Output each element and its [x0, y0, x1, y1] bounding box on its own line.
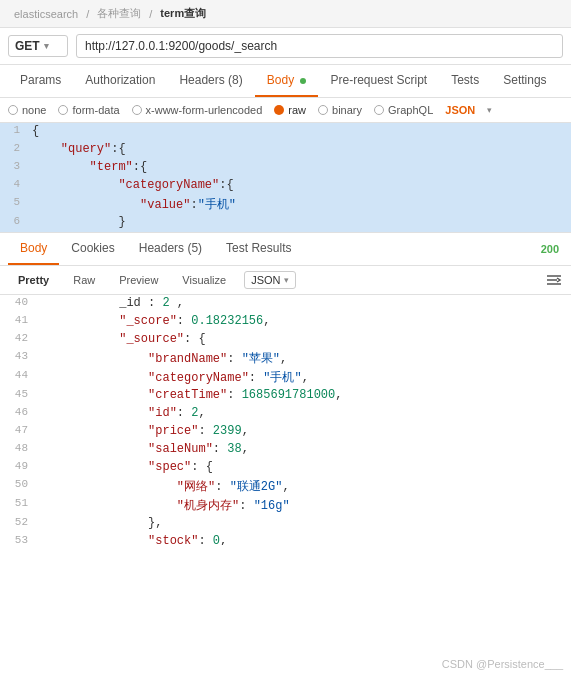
- response-bar: Body Cookies Headers (5) Test Results 20…: [0, 233, 571, 266]
- jline-45: 45 "creatTime": 1685691781000,: [0, 387, 571, 405]
- code-editor[interactable]: 1 { 2 "query":{ 3 "term":{ 4 "categoryNa…: [0, 123, 571, 233]
- view-tabs: Pretty Raw Preview Visualize JSON ▾: [0, 266, 571, 295]
- resp-tab-testresults[interactable]: Test Results: [214, 233, 303, 265]
- tab-settings[interactable]: Settings: [491, 65, 558, 97]
- code-line-2: 2 "query":{: [0, 141, 571, 159]
- body-type-none[interactable]: none: [8, 104, 46, 116]
- jline-47: 47 "price": 2399,: [0, 423, 571, 441]
- json-result: 40 _id : 2 , 41 "_score": 0.18232156, 42…: [0, 295, 571, 545]
- code-line-4: 4 "categoryName":{: [0, 177, 571, 195]
- radio-raw-icon: [274, 105, 284, 115]
- jline-53: 53 "stock": 0,: [0, 533, 571, 545]
- method-label: GET: [15, 39, 40, 53]
- breadcrumb-sep-1: /: [86, 8, 89, 20]
- radio-none-icon: [8, 105, 18, 115]
- body-dot-icon: [300, 78, 306, 84]
- tab-tests[interactable]: Tests: [439, 65, 491, 97]
- view-tab-raw[interactable]: Raw: [63, 270, 105, 290]
- breadcrumb-item-3[interactable]: term查询: [160, 6, 206, 21]
- code-line-5: 5 "value":"手机": [0, 195, 571, 214]
- body-type-urlencoded[interactable]: x-www-form-urlencoded: [132, 104, 263, 116]
- tab-params[interactable]: Params: [8, 65, 73, 97]
- jline-52: 52 },: [0, 515, 571, 533]
- json-select-chevron-icon: ▾: [284, 275, 289, 285]
- breadcrumb-item-2[interactable]: 各种查询: [97, 6, 141, 21]
- tab-prerequest[interactable]: Pre-request Script: [318, 65, 439, 97]
- resp-tab-cookies[interactable]: Cookies: [59, 233, 126, 265]
- jline-51: 51 "机身内存": "16g": [0, 496, 571, 515]
- watermark: CSDN @Persistence___: [442, 658, 563, 670]
- body-type-binary[interactable]: binary: [318, 104, 362, 116]
- jline-50: 50 "网络": "联通2G",: [0, 477, 571, 496]
- json-chevron-icon[interactable]: ▾: [487, 105, 492, 115]
- method-select[interactable]: GET ▾: [8, 35, 68, 57]
- breadcrumb-sep-2: /: [149, 8, 152, 20]
- radio-formdata-icon: [58, 105, 68, 115]
- method-arrow-icon: ▾: [44, 41, 49, 51]
- body-type-row: none form-data x-www-form-urlencoded raw…: [0, 98, 571, 123]
- jline-41: 41 "_score": 0.18232156,: [0, 313, 571, 331]
- radio-graphql-icon: [374, 105, 384, 115]
- jline-48: 48 "saleNum": 38,: [0, 441, 571, 459]
- breadcrumb: elasticsearch / 各种查询 / term查询: [0, 0, 571, 28]
- jline-44: 44 "categoryName": "手机",: [0, 368, 571, 387]
- breadcrumb-item-1[interactable]: elasticsearch: [14, 8, 78, 20]
- url-input[interactable]: [76, 34, 563, 58]
- radio-urlencoded-icon: [132, 105, 142, 115]
- response-status: 200: [541, 243, 563, 255]
- resp-tab-headers[interactable]: Headers (5): [127, 233, 214, 265]
- body-type-graphql[interactable]: GraphQL: [374, 104, 433, 116]
- code-line-3: 3 "term":{: [0, 159, 571, 177]
- tab-headers[interactable]: Headers (8): [167, 65, 254, 97]
- url-bar: GET ▾: [0, 28, 571, 65]
- jline-42: 42 "_source": {: [0, 331, 571, 349]
- code-line-1: 1 {: [0, 123, 571, 141]
- body-type-raw[interactable]: raw: [274, 104, 306, 116]
- tab-authorization[interactable]: Authorization: [73, 65, 167, 97]
- code-line-6: 6 }: [0, 214, 571, 232]
- tab-body[interactable]: Body: [255, 65, 319, 97]
- jline-43: 43 "brandName": "苹果",: [0, 349, 571, 368]
- json-format-label[interactable]: JSON: [445, 104, 475, 116]
- body-type-formdata[interactable]: form-data: [58, 104, 119, 116]
- radio-binary-icon: [318, 105, 328, 115]
- view-tab-preview[interactable]: Preview: [109, 270, 168, 290]
- resp-tab-body[interactable]: Body: [8, 233, 59, 265]
- wrap-icon[interactable]: [545, 271, 563, 289]
- jline-40: 40 _id : 2 ,: [0, 295, 571, 313]
- view-tab-pretty[interactable]: Pretty: [8, 270, 59, 290]
- request-tabs: Params Authorization Headers (8) Body Pr…: [0, 65, 571, 98]
- jline-46: 46 "id": 2,: [0, 405, 571, 423]
- json-format-select[interactable]: JSON ▾: [244, 271, 295, 289]
- view-tab-visualize[interactable]: Visualize: [172, 270, 236, 290]
- jline-49: 49 "spec": {: [0, 459, 571, 477]
